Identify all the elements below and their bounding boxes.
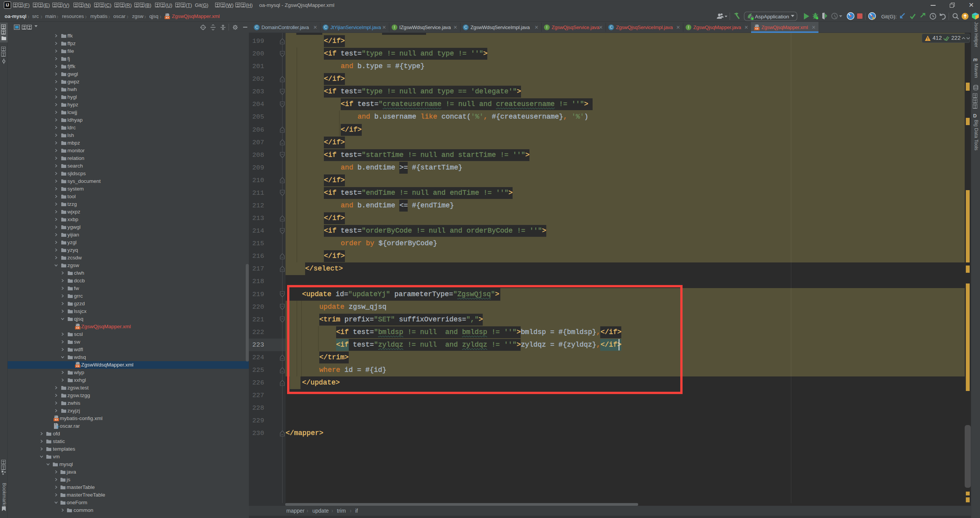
- svg-text:I: I: [546, 25, 547, 29]
- svg-text:C: C: [324, 25, 327, 29]
- svg-text:C: C: [255, 25, 258, 29]
- svg-text:Git(G):: Git(G):: [881, 14, 897, 20]
- svg-text:?: ?: [56, 425, 59, 429]
- svg-text:I: I: [394, 25, 395, 29]
- svg-text:C: C: [464, 25, 467, 29]
- svg-text:I: I: [688, 25, 689, 29]
- svg-text:C: C: [610, 25, 613, 29]
- svg-text:AspApplication: AspApplication: [755, 14, 789, 20]
